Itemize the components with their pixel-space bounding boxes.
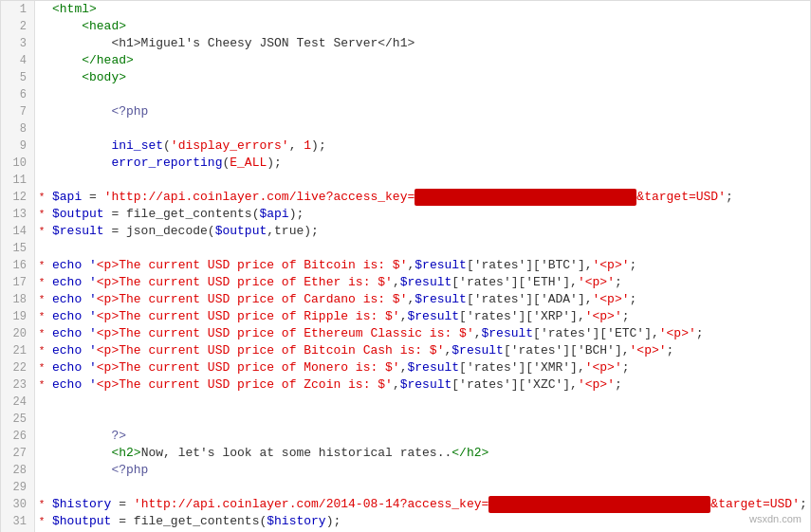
code-token: $result xyxy=(407,309,459,323)
code-line-18: 18*echo '<p>The current USD price of Car… xyxy=(1,291,810,308)
code-token: ; xyxy=(726,190,733,204)
line-content: $history = 'http://api.coinlayer.com/201… xyxy=(48,496,811,513)
code-token: <body> xyxy=(52,70,126,84)
line-number: 14 xyxy=(1,223,35,240)
code-token: '<p>' xyxy=(630,343,667,358)
line-marker: * xyxy=(35,308,48,325)
code-token: echo ' xyxy=(52,377,97,392)
code-token: 1 xyxy=(304,138,311,153)
code-token: ['rates']['XZC'], xyxy=(452,377,578,392)
code-line-21: 21*echo '<p>The current USD price of Bit… xyxy=(1,342,810,359)
line-content: echo '<p>The current USD price of Bitcoi… xyxy=(48,257,810,274)
line-marker: * xyxy=(35,291,48,308)
line-number: 22 xyxy=(1,359,35,376)
code-line-16: 16*echo '<p>The current USD price of Bit… xyxy=(1,257,810,274)
line-number: 17 xyxy=(1,274,35,291)
code-token: '<p>' xyxy=(578,377,615,392)
code-token: ['rates']['BCH'], xyxy=(504,343,630,358)
line-number: 25 xyxy=(1,411,35,428)
code-token: <head> xyxy=(52,19,126,33)
code-token: ['rates']['XRP'], xyxy=(459,309,585,323)
code-line-12: 12*$api = 'http://api.coinlayer.com/live… xyxy=(1,189,810,206)
line-number: 30 xyxy=(1,496,35,513)
code-token: <p>The current USD price of Cardano is: … xyxy=(97,292,408,306)
code-line-17: 17*echo '<p>The current USD price of Eth… xyxy=(1,274,810,291)
code-token: ['rates']['ETC'], xyxy=(533,326,659,340)
line-number: 19 xyxy=(1,308,35,325)
code-line-30: 30*$history = 'http://api.coinlayer.com/… xyxy=(1,496,810,513)
code-token: ; xyxy=(696,326,704,340)
code-token: = json_decode( xyxy=(104,224,215,238)
code-token: , xyxy=(393,377,400,392)
line-marker: * xyxy=(35,223,48,240)
code-token: $result xyxy=(52,224,104,238)
code-token: 'http://api.coinlayer.com/live?access_ke… xyxy=(104,190,415,204)
line-number: 12 xyxy=(1,189,35,206)
line-content xyxy=(48,411,810,428)
code-token: echo ' xyxy=(52,292,97,306)
line-marker: * xyxy=(35,376,48,394)
code-token: echo ' xyxy=(52,360,97,375)
line-number: 3 xyxy=(1,35,35,52)
code-token: <p>The current USD price of Zcoin is: $' xyxy=(97,377,393,392)
code-token: $output xyxy=(215,224,267,238)
code-token: , xyxy=(393,275,400,289)
line-content: $result = json_decode($output,true); xyxy=(48,223,810,240)
code-token: ; xyxy=(622,360,630,375)
line-content xyxy=(48,394,810,411)
code-token: '<p>' xyxy=(585,309,622,323)
code-line-5: 5 <body> xyxy=(1,69,810,86)
code-token: = xyxy=(111,497,133,511)
code-token: </head> xyxy=(52,53,134,67)
code-token: $result xyxy=(400,275,452,289)
line-marker: * xyxy=(35,342,48,359)
code-line-8: 8 xyxy=(1,120,810,138)
code-token: ['rates']['ETH'], xyxy=(452,275,578,289)
code-line-29: 29 xyxy=(1,479,810,496)
code-line-24: 24 xyxy=(1,394,810,411)
code-token: echo ' xyxy=(52,343,97,358)
line-content: <head> xyxy=(48,18,810,35)
code-token: echo ' xyxy=(52,326,97,340)
line-content: </head> xyxy=(48,52,810,69)
line-content: ini_set('display_errors', 1); xyxy=(48,138,810,155)
line-number: 27 xyxy=(1,445,35,462)
code-token: echo ' xyxy=(52,258,97,272)
code-token: ['rates']['ADA'], xyxy=(467,292,593,306)
line-content: echo '<p>The current USD price of Ethere… xyxy=(48,325,810,342)
code-line-3: 3 <h1>Miguel's Cheesy JSON Test Server</… xyxy=(1,35,810,52)
code-token: &target=USD' xyxy=(636,190,726,204)
code-token: <p>The current USD price of Ethereum Cla… xyxy=(97,326,474,340)
code-line-11: 11 xyxy=(1,172,810,189)
line-number: 28 xyxy=(1,462,35,479)
code-line-2: 2 <head> xyxy=(1,18,810,35)
code-line-7: 7 <?php xyxy=(1,103,810,120)
code-token: <?php xyxy=(52,463,148,477)
code-token: ; xyxy=(615,275,622,289)
code-token: <h2> xyxy=(52,446,141,460)
code-token: <p>The current USD price of Bitcoin Cash… xyxy=(97,343,445,358)
code-line-25: 25 xyxy=(1,411,810,428)
code-token: ,true); xyxy=(267,224,319,238)
line-number: 31 xyxy=(1,513,35,530)
code-token: $result xyxy=(482,326,534,340)
code-token: ['rates']['XMR'], xyxy=(459,360,585,375)
code-token: '<p>' xyxy=(578,275,615,289)
code-token: <html> xyxy=(52,2,97,16)
code-line-10: 10 error_reporting(E_ALL); xyxy=(1,155,810,172)
code-token: ; xyxy=(800,497,807,511)
code-line-19: 19*echo '<p>The current USD price of Rip… xyxy=(1,308,810,325)
line-number: 1 xyxy=(1,1,35,18)
code-token xyxy=(488,496,710,513)
line-marker: * xyxy=(35,325,48,342)
code-token: ?> xyxy=(52,429,126,443)
code-line-15: 15 xyxy=(1,240,810,257)
code-token: = file_get_contents( xyxy=(104,207,260,221)
line-number: 6 xyxy=(1,86,35,103)
code-token: $history xyxy=(267,514,325,528)
line-number: 2 xyxy=(1,18,35,35)
code-line-31: 31*$houtput = file_get_contents($history… xyxy=(1,513,810,530)
code-token: <p>The current USD price of Bitcoin is: … xyxy=(97,258,408,272)
code-token: , xyxy=(474,326,482,340)
line-marker: * xyxy=(35,513,48,530)
